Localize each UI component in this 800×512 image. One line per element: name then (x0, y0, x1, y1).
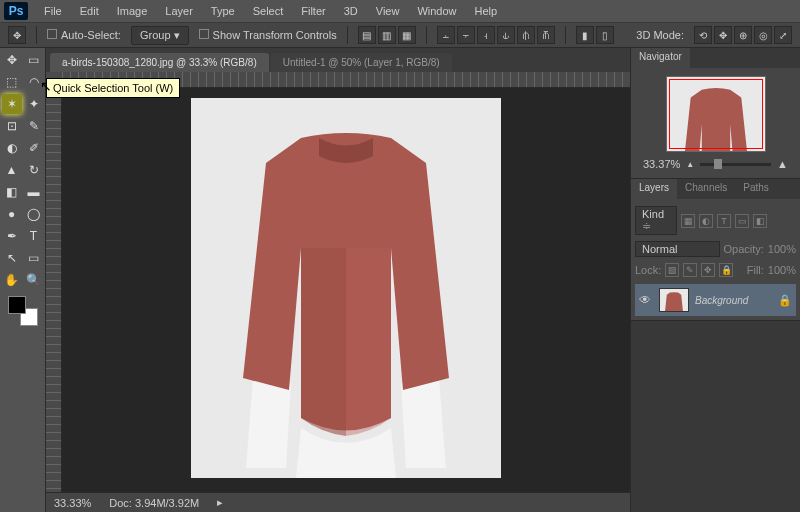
doc-tab-active[interactable]: a-birds-150308_1280.jpg @ 33.3% (RGB/8) (50, 53, 269, 72)
status-zoom[interactable]: 33.33% (54, 497, 91, 509)
move-tool[interactable]: ✥ (2, 50, 22, 70)
document-tabs: a-birds-150308_1280.jpg @ 33.3% (RGB/8) … (46, 48, 630, 72)
cursor-icon: ↖ (40, 78, 52, 94)
navigator-thumb[interactable] (666, 76, 766, 152)
lock-icon[interactable]: 🔒 (778, 294, 792, 307)
dist-icon[interactable]: ⫚ (537, 26, 555, 44)
channels-tab[interactable]: Channels (677, 179, 735, 199)
filter-kind-dropdown[interactable]: Kind ≑ (635, 206, 677, 235)
path-tool[interactable]: ↖ (2, 248, 22, 268)
dist-icon[interactable]: ⫛ (517, 26, 535, 44)
distribute-buttons[interactable]: ⫠ ⫟ ⫞ ⫝ ⫛ ⫚ (437, 26, 555, 44)
3d-icon[interactable]: ✥ (714, 26, 732, 44)
move-tool-icon: ✥ (8, 26, 26, 44)
dodge-tool[interactable]: ◯ (24, 204, 44, 224)
ruler-vertical[interactable] (46, 88, 62, 492)
navigator-tab[interactable]: Navigator (631, 48, 690, 68)
eyedropper-tool[interactable]: ✎ (24, 116, 44, 136)
zoom-tool[interactable]: 🔍 (24, 270, 44, 290)
visibility-icon[interactable]: 👁 (639, 293, 653, 307)
nav-zoom-value[interactable]: 33.37% (643, 158, 680, 170)
filter-pixel-icon[interactable]: ▦ (681, 214, 695, 228)
menu-bar: Ps File Edit Image Layer Type Select Fil… (0, 0, 800, 22)
healing-brush-tool[interactable]: ◐ (2, 138, 22, 158)
menu-view[interactable]: View (368, 2, 408, 20)
3d-icon[interactable]: ⤢ (774, 26, 792, 44)
blur-tool[interactable]: ● (2, 204, 22, 224)
menu-image[interactable]: Image (109, 2, 156, 20)
menu-file[interactable]: File (36, 2, 70, 20)
menu-3d[interactable]: 3D (336, 2, 366, 20)
opacity-value[interactable]: 100% (768, 243, 796, 255)
auto-select-dropdown[interactable]: Group ▾ (131, 26, 189, 45)
arrange-icon[interactable]: ▮ (576, 26, 594, 44)
options-bar: ✥ Auto-Select: Group ▾ Show Transform Co… (0, 22, 800, 48)
layer-background[interactable]: 👁 Background 🔒 (635, 284, 796, 316)
magic-wand-tool[interactable]: ✦ (24, 94, 44, 114)
mode-3d-label: 3D Mode: (636, 29, 684, 41)
show-transform-checkbox[interactable]: Show Transform Controls (199, 29, 337, 41)
menu-filter[interactable]: Filter (293, 2, 333, 20)
shirt-image (191, 98, 501, 478)
canvas-wrapper (46, 72, 630, 492)
eraser-tool[interactable]: ◧ (2, 182, 22, 202)
canvas[interactable] (62, 88, 630, 492)
layers-tab[interactable]: Layers (631, 179, 677, 199)
3d-icon[interactable]: ⊕ (734, 26, 752, 44)
dist-icon[interactable]: ⫝ (497, 26, 515, 44)
marquee-tool[interactable]: ⬚ (2, 72, 22, 92)
panels: Navigator 33.37% ▲ ▲ (630, 48, 800, 512)
blend-mode-dropdown[interactable]: Normal (635, 241, 720, 257)
clone-stamp-tool[interactable]: ▲ (2, 160, 22, 180)
crop-tool[interactable]: ⊡ (2, 116, 22, 136)
menu-help[interactable]: Help (467, 2, 506, 20)
3d-icon[interactable]: ◎ (754, 26, 772, 44)
dist-icon[interactable]: ⫠ (437, 26, 455, 44)
pen-tool[interactable]: ✒ (2, 226, 22, 246)
3d-icon[interactable]: ⟲ (694, 26, 712, 44)
menu-select[interactable]: Select (245, 2, 292, 20)
type-tool[interactable]: T (24, 226, 44, 246)
paths-tab[interactable]: Paths (735, 179, 777, 199)
quick-selection-tool[interactable]: ✶ (2, 94, 22, 114)
tool-palette: ✥ ▭ ⬚ ◠ ✶ ✦ ⊡ ✎ ◐ ✐ ▲ ↻ ◧ ▬ ● ◯ ✒ T ↖ ▭ (0, 48, 46, 512)
lock-all-icon[interactable]: 🔒 (719, 263, 733, 277)
color-swatches[interactable] (8, 296, 38, 326)
status-arrow-icon[interactable]: ▸ (217, 496, 223, 509)
dist-icon[interactable]: ⫟ (457, 26, 475, 44)
align-icon[interactable]: ▥ (378, 26, 396, 44)
nav-zoom-slider[interactable] (700, 163, 771, 166)
gradient-tool[interactable]: ▬ (24, 182, 44, 202)
tool-tooltip: Quick Selection Tool (W) (46, 78, 180, 98)
filter-adjust-icon[interactable]: ◐ (699, 214, 713, 228)
zoom-out-icon[interactable]: ▲ (686, 160, 694, 169)
hand-tool[interactable]: ✋ (2, 270, 22, 290)
lock-position-icon[interactable]: ✥ (701, 263, 715, 277)
dist-icon[interactable]: ⫞ (477, 26, 495, 44)
filter-type-icon[interactable]: T (717, 214, 731, 228)
menu-type[interactable]: Type (203, 2, 243, 20)
fill-value[interactable]: 100% (768, 264, 796, 276)
menu-window[interactable]: Window (409, 2, 464, 20)
opacity-label: Opacity: (724, 243, 764, 255)
foreground-color[interactable] (8, 296, 26, 314)
brush-tool[interactable]: ✐ (24, 138, 44, 158)
layer-name[interactable]: Background (695, 295, 772, 306)
lock-paint-icon[interactable]: ✎ (683, 263, 697, 277)
menu-layer[interactable]: Layer (157, 2, 201, 20)
artboard-tool[interactable]: ▭ (24, 50, 44, 70)
auto-select-checkbox[interactable]: Auto-Select: (47, 29, 121, 41)
zoom-in-icon[interactable]: ▲ (777, 158, 788, 170)
doc-tab-inactive[interactable]: Untitled-1 @ 50% (Layer 1, RGB/8) (271, 53, 452, 72)
align-buttons[interactable]: ▤ ▥ ▦ (358, 26, 416, 44)
lock-transparent-icon[interactable]: ▨ (665, 263, 679, 277)
arrange-icon[interactable]: ▯ (596, 26, 614, 44)
shape-tool[interactable]: ▭ (24, 248, 44, 268)
filter-smart-icon[interactable]: ◧ (753, 214, 767, 228)
fill-label: Fill: (747, 264, 764, 276)
history-brush-tool[interactable]: ↻ (24, 160, 44, 180)
align-icon[interactable]: ▦ (398, 26, 416, 44)
filter-shape-icon[interactable]: ▭ (735, 214, 749, 228)
align-icon[interactable]: ▤ (358, 26, 376, 44)
menu-edit[interactable]: Edit (72, 2, 107, 20)
